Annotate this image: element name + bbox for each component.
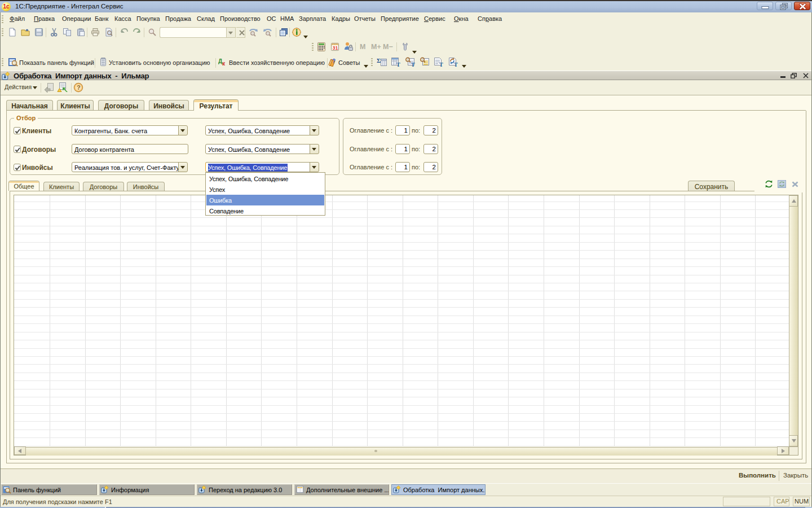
svg-text:31: 31 (332, 45, 338, 51)
svg-text:T: T (439, 62, 443, 67)
svg-text:к: к (222, 60, 226, 67)
svg-text:Σ: Σ (377, 57, 381, 64)
svg-text:T: T (454, 62, 458, 67)
svg-text:T: T (411, 62, 415, 67)
svg-text:?: ? (332, 58, 336, 64)
svg-text:?: ? (77, 84, 81, 91)
svg-text:T: T (396, 62, 400, 67)
